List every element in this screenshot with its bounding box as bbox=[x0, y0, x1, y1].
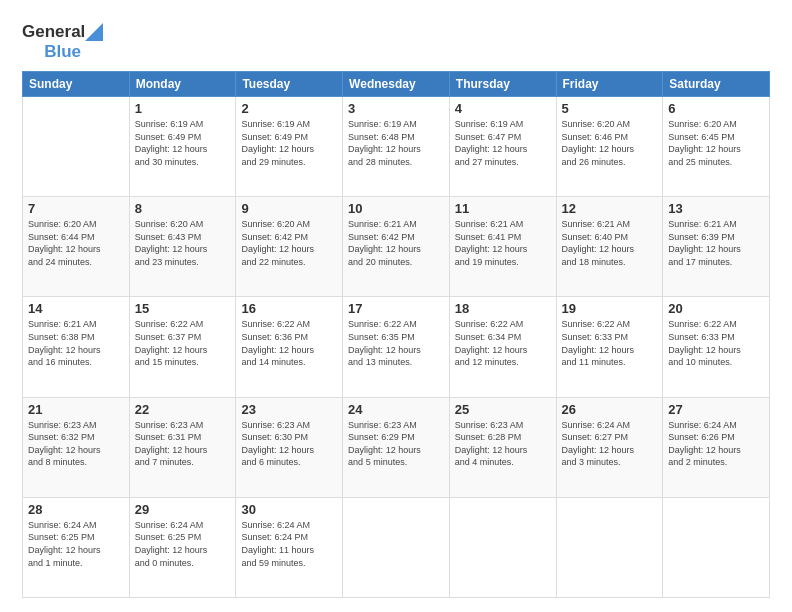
weekday-header: Tuesday bbox=[236, 72, 343, 97]
day-number: 22 bbox=[135, 402, 231, 417]
day-number: 16 bbox=[241, 301, 337, 316]
day-info: Sunrise: 6:21 AM Sunset: 6:41 PM Dayligh… bbox=[455, 218, 551, 268]
calendar-cell: 6Sunrise: 6:20 AM Sunset: 6:45 PM Daylig… bbox=[663, 97, 770, 197]
day-info: Sunrise: 6:24 AM Sunset: 6:27 PM Dayligh… bbox=[562, 419, 658, 469]
day-info: Sunrise: 6:23 AM Sunset: 6:30 PM Dayligh… bbox=[241, 419, 337, 469]
day-info: Sunrise: 6:22 AM Sunset: 6:33 PM Dayligh… bbox=[562, 318, 658, 368]
day-info: Sunrise: 6:24 AM Sunset: 6:25 PM Dayligh… bbox=[135, 519, 231, 569]
weekday-header: Thursday bbox=[449, 72, 556, 97]
page-header: GeneralBlue bbox=[22, 18, 770, 61]
weekday-header: Wednesday bbox=[343, 72, 450, 97]
day-info: Sunrise: 6:22 AM Sunset: 6:33 PM Dayligh… bbox=[668, 318, 764, 368]
day-number: 2 bbox=[241, 101, 337, 116]
day-number: 21 bbox=[28, 402, 124, 417]
day-number: 18 bbox=[455, 301, 551, 316]
day-number: 7 bbox=[28, 201, 124, 216]
day-number: 13 bbox=[668, 201, 764, 216]
calendar-cell: 22Sunrise: 6:23 AM Sunset: 6:31 PM Dayli… bbox=[129, 397, 236, 497]
calendar-cell: 9Sunrise: 6:20 AM Sunset: 6:42 PM Daylig… bbox=[236, 197, 343, 297]
day-info: Sunrise: 6:22 AM Sunset: 6:34 PM Dayligh… bbox=[455, 318, 551, 368]
calendar-cell: 13Sunrise: 6:21 AM Sunset: 6:39 PM Dayli… bbox=[663, 197, 770, 297]
calendar-cell: 16Sunrise: 6:22 AM Sunset: 6:36 PM Dayli… bbox=[236, 297, 343, 397]
day-number: 5 bbox=[562, 101, 658, 116]
weekday-header: Monday bbox=[129, 72, 236, 97]
calendar-cell bbox=[663, 497, 770, 597]
calendar-cell: 15Sunrise: 6:22 AM Sunset: 6:37 PM Dayli… bbox=[129, 297, 236, 397]
day-info: Sunrise: 6:20 AM Sunset: 6:42 PM Dayligh… bbox=[241, 218, 337, 268]
day-number: 30 bbox=[241, 502, 337, 517]
calendar-week-row: 7Sunrise: 6:20 AM Sunset: 6:44 PM Daylig… bbox=[23, 197, 770, 297]
calendar-week-row: 14Sunrise: 6:21 AM Sunset: 6:38 PM Dayli… bbox=[23, 297, 770, 397]
calendar-cell: 12Sunrise: 6:21 AM Sunset: 6:40 PM Dayli… bbox=[556, 197, 663, 297]
day-number: 27 bbox=[668, 402, 764, 417]
calendar-page: GeneralBlue SundayMondayTuesdayWednesday… bbox=[0, 0, 792, 612]
day-info: Sunrise: 6:23 AM Sunset: 6:32 PM Dayligh… bbox=[28, 419, 124, 469]
calendar-cell: 3Sunrise: 6:19 AM Sunset: 6:48 PM Daylig… bbox=[343, 97, 450, 197]
day-number: 29 bbox=[135, 502, 231, 517]
day-number: 17 bbox=[348, 301, 444, 316]
calendar-cell: 24Sunrise: 6:23 AM Sunset: 6:29 PM Dayli… bbox=[343, 397, 450, 497]
calendar-cell: 1Sunrise: 6:19 AM Sunset: 6:49 PM Daylig… bbox=[129, 97, 236, 197]
weekday-header-row: SundayMondayTuesdayWednesdayThursdayFrid… bbox=[23, 72, 770, 97]
calendar-cell: 11Sunrise: 6:21 AM Sunset: 6:41 PM Dayli… bbox=[449, 197, 556, 297]
weekday-header: Sunday bbox=[23, 72, 130, 97]
calendar-cell: 29Sunrise: 6:24 AM Sunset: 6:25 PM Dayli… bbox=[129, 497, 236, 597]
calendar-table: SundayMondayTuesdayWednesdayThursdayFrid… bbox=[22, 71, 770, 598]
calendar-cell: 19Sunrise: 6:22 AM Sunset: 6:33 PM Dayli… bbox=[556, 297, 663, 397]
weekday-header: Friday bbox=[556, 72, 663, 97]
calendar-cell: 30Sunrise: 6:24 AM Sunset: 6:24 PM Dayli… bbox=[236, 497, 343, 597]
calendar-cell: 8Sunrise: 6:20 AM Sunset: 6:43 PM Daylig… bbox=[129, 197, 236, 297]
calendar-cell: 10Sunrise: 6:21 AM Sunset: 6:42 PM Dayli… bbox=[343, 197, 450, 297]
day-info: Sunrise: 6:21 AM Sunset: 6:40 PM Dayligh… bbox=[562, 218, 658, 268]
day-info: Sunrise: 6:21 AM Sunset: 6:39 PM Dayligh… bbox=[668, 218, 764, 268]
day-info: Sunrise: 6:24 AM Sunset: 6:25 PM Dayligh… bbox=[28, 519, 124, 569]
calendar-week-row: 1Sunrise: 6:19 AM Sunset: 6:49 PM Daylig… bbox=[23, 97, 770, 197]
day-info: Sunrise: 6:22 AM Sunset: 6:37 PM Dayligh… bbox=[135, 318, 231, 368]
day-number: 1 bbox=[135, 101, 231, 116]
day-number: 9 bbox=[241, 201, 337, 216]
calendar-cell bbox=[343, 497, 450, 597]
day-info: Sunrise: 6:24 AM Sunset: 6:26 PM Dayligh… bbox=[668, 419, 764, 469]
day-info: Sunrise: 6:23 AM Sunset: 6:28 PM Dayligh… bbox=[455, 419, 551, 469]
day-number: 24 bbox=[348, 402, 444, 417]
day-number: 12 bbox=[562, 201, 658, 216]
day-number: 26 bbox=[562, 402, 658, 417]
calendar-week-row: 21Sunrise: 6:23 AM Sunset: 6:32 PM Dayli… bbox=[23, 397, 770, 497]
day-number: 25 bbox=[455, 402, 551, 417]
day-info: Sunrise: 6:20 AM Sunset: 6:45 PM Dayligh… bbox=[668, 118, 764, 168]
day-number: 6 bbox=[668, 101, 764, 116]
logo: GeneralBlue bbox=[22, 22, 103, 61]
day-number: 11 bbox=[455, 201, 551, 216]
day-info: Sunrise: 6:22 AM Sunset: 6:36 PM Dayligh… bbox=[241, 318, 337, 368]
calendar-cell: 28Sunrise: 6:24 AM Sunset: 6:25 PM Dayli… bbox=[23, 497, 130, 597]
calendar-cell: 21Sunrise: 6:23 AM Sunset: 6:32 PM Dayli… bbox=[23, 397, 130, 497]
day-info: Sunrise: 6:24 AM Sunset: 6:24 PM Dayligh… bbox=[241, 519, 337, 569]
day-info: Sunrise: 6:19 AM Sunset: 6:47 PM Dayligh… bbox=[455, 118, 551, 168]
logo-arrow-icon bbox=[85, 23, 103, 41]
calendar-cell: 17Sunrise: 6:22 AM Sunset: 6:35 PM Dayli… bbox=[343, 297, 450, 397]
day-info: Sunrise: 6:23 AM Sunset: 6:29 PM Dayligh… bbox=[348, 419, 444, 469]
day-info: Sunrise: 6:21 AM Sunset: 6:42 PM Dayligh… bbox=[348, 218, 444, 268]
calendar-cell bbox=[556, 497, 663, 597]
day-number: 14 bbox=[28, 301, 124, 316]
day-info: Sunrise: 6:19 AM Sunset: 6:49 PM Dayligh… bbox=[135, 118, 231, 168]
calendar-cell bbox=[23, 97, 130, 197]
day-info: Sunrise: 6:20 AM Sunset: 6:43 PM Dayligh… bbox=[135, 218, 231, 268]
calendar-cell: 25Sunrise: 6:23 AM Sunset: 6:28 PM Dayli… bbox=[449, 397, 556, 497]
day-info: Sunrise: 6:20 AM Sunset: 6:44 PM Dayligh… bbox=[28, 218, 124, 268]
day-number: 23 bbox=[241, 402, 337, 417]
day-number: 15 bbox=[135, 301, 231, 316]
day-number: 10 bbox=[348, 201, 444, 216]
day-info: Sunrise: 6:23 AM Sunset: 6:31 PM Dayligh… bbox=[135, 419, 231, 469]
day-number: 4 bbox=[455, 101, 551, 116]
calendar-cell: 7Sunrise: 6:20 AM Sunset: 6:44 PM Daylig… bbox=[23, 197, 130, 297]
weekday-header: Saturday bbox=[663, 72, 770, 97]
calendar-cell: 27Sunrise: 6:24 AM Sunset: 6:26 PM Dayli… bbox=[663, 397, 770, 497]
calendar-week-row: 28Sunrise: 6:24 AM Sunset: 6:25 PM Dayli… bbox=[23, 497, 770, 597]
calendar-cell: 14Sunrise: 6:21 AM Sunset: 6:38 PM Dayli… bbox=[23, 297, 130, 397]
calendar-cell: 26Sunrise: 6:24 AM Sunset: 6:27 PM Dayli… bbox=[556, 397, 663, 497]
day-number: 20 bbox=[668, 301, 764, 316]
day-info: Sunrise: 6:20 AM Sunset: 6:46 PM Dayligh… bbox=[562, 118, 658, 168]
day-info: Sunrise: 6:19 AM Sunset: 6:48 PM Dayligh… bbox=[348, 118, 444, 168]
day-info: Sunrise: 6:22 AM Sunset: 6:35 PM Dayligh… bbox=[348, 318, 444, 368]
